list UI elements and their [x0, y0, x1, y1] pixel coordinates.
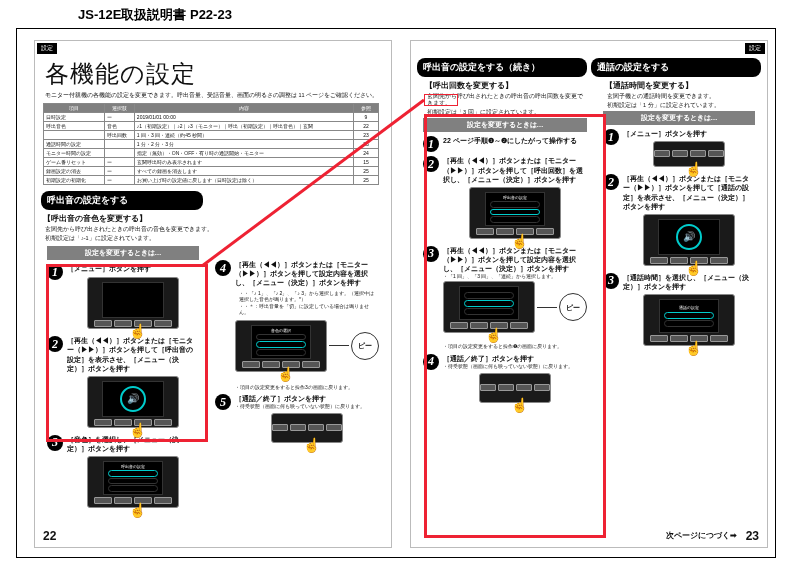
device-illustration: 呼出音の設定	[469, 187, 561, 239]
continue-next-page: 次ページにつづく➡	[666, 530, 737, 541]
step-4: 4 ［再生（◀◀）］ボタンまたは［モニター（▶▶）］ボタンを押して設定内容を選択…	[215, 260, 379, 390]
page-number: 22	[43, 529, 56, 543]
speaker-icon: 🔊	[120, 386, 146, 412]
step-r3: 3 ［再生（◀◀）］ボタンまたは［モニター（▶▶）］ボタンを押して設定内容を選択…	[423, 246, 587, 350]
th-ref: 参照	[354, 104, 379, 113]
body-text: 初期設定は「3 回」に設定されています。	[427, 109, 583, 116]
step-number-icon: 4	[215, 260, 231, 276]
page-title: 各機能の設定	[45, 58, 391, 90]
step-number-icon: 5	[215, 394, 231, 410]
step-number-icon: 1	[423, 136, 439, 152]
step-rr1: 1 ［メニュー］ボタンを押す	[603, 129, 755, 170]
subhead-ring-count: 【呼出回数を変更する】	[425, 80, 593, 91]
device-illustration	[271, 413, 343, 443]
hand-icon	[277, 367, 294, 381]
note: ・項目の設定変更をすると操作3の画面に戻ります。	[235, 384, 379, 391]
step-number-icon: 1	[47, 264, 63, 280]
section-ringtone-cont: 呼出音の設定をする（続き）	[417, 58, 587, 77]
step-number-icon: 3	[423, 246, 439, 262]
device-illustration	[87, 277, 179, 329]
th-choice: 選択肢	[104, 104, 134, 113]
device-illustration: 通話の設定	[643, 294, 735, 346]
th-content: 内容	[134, 104, 353, 113]
step-rr2: 2 ［再生（◀◀）］ボタンまたは［モニター（▶▶）］ボタンを押して［通話の設定］…	[603, 174, 755, 268]
speaker-icon: 🔊	[676, 224, 702, 250]
device-illustration: 🔊	[643, 214, 735, 266]
manual-page-23: 設定 呼出音の設定をする（続き） 通話の設定をする 【呼出回数を変更する】 玄関…	[410, 40, 768, 548]
hand-icon	[511, 234, 528, 248]
body-text: 玄関先から呼び出されたときの呼出音の呼出回数を変更できます。	[427, 93, 583, 107]
strip-change-settings: 設定を変更するときは…	[47, 246, 199, 260]
manual-page-22: 設定 各機能の設定 モニター付親機の各機能の設定を変更できます。呼出音量、受話音…	[34, 40, 392, 548]
step-number-icon: 2	[603, 174, 619, 190]
note: ・項目の設定変更をすると操作❷の画面に戻ります。	[443, 343, 587, 350]
step-number-icon: 1	[603, 129, 619, 145]
beep-callout: ピー	[351, 332, 379, 360]
step-rr3: 3 ［通話時間］を選択し、［メニュー（決定）］ボタンを押す 通話の設定	[603, 273, 755, 349]
strip-change-settings: 設定を変更するときは…	[603, 111, 755, 125]
step-number-icon: 2	[47, 336, 63, 352]
step-5: 5 ［通話／終了］ボタンを押す ・待受状態（画面に何も映っていない状態）に戻りま…	[215, 394, 379, 446]
right-column: 4 ［再生（◀◀）］ボタンまたは［モニター（▶▶）］ボタンを押して設定内容を選択…	[207, 244, 387, 513]
body-text: 初期設定は「♪-1」に設定されています。	[45, 235, 381, 242]
document-title: JS-12E取扱説明書 P22-23	[78, 6, 232, 24]
hand-icon	[129, 503, 146, 517]
step-r2: 2 ［再生（◀◀）］ボタンまたは［モニター（▶▶）］ボタンを押して［呼出回数］を…	[423, 156, 587, 241]
strip-change-settings: 設定を変更するときは…	[423, 118, 587, 132]
step-r1: 1 22 ページ手順❶～❷にしたがって操作する	[423, 136, 587, 152]
device-illustration	[653, 141, 725, 167]
step-number-icon: 3	[47, 435, 63, 451]
section-ringtone-settings: 呼出音の設定をする	[41, 191, 203, 210]
hand-icon	[485, 328, 502, 342]
hand-icon	[511, 398, 528, 412]
body-text: 初期設定は「1 分」に設定されています。	[607, 102, 751, 109]
step-number-icon: 3	[603, 273, 619, 289]
device-illustration: 呼出音の設定	[87, 456, 179, 508]
beep-callout: ピー	[559, 293, 587, 321]
step-1: 1 ［メニュー］ボタンを押す	[47, 264, 199, 332]
device-illustration: 音色の選択	[235, 320, 327, 372]
hand-icon	[129, 423, 146, 437]
top-tab-settings: 設定	[745, 43, 765, 54]
step-number-icon: 4	[423, 354, 439, 370]
step-3: 3 ［音色］を選択し、［メニュー（決定）］ボタンを押す 呼出音の設定	[47, 435, 199, 511]
page-number: 23	[746, 529, 759, 543]
hand-icon	[685, 261, 702, 275]
subhead-change-tone: 【呼出音の音色を変更する】	[43, 213, 391, 224]
step-number-icon: 2	[423, 156, 439, 172]
step-2: 2 ［再生（◀◀）］ボタンまたは［モニター（▶▶）］ボタンを押して［呼出音の設定…	[47, 336, 199, 430]
hand-icon	[129, 324, 146, 338]
settings-index-table: 項目 選択肢 内容 参照 日時設定ー2019/01/01 00:009 呼出音色…	[43, 103, 379, 185]
section-call-settings: 通話の設定をする	[591, 58, 761, 77]
device-illustration	[443, 281, 535, 333]
hand-icon	[685, 162, 702, 176]
device-illustration	[479, 373, 551, 403]
subhead-call-time: 【通話時間を変更する】	[605, 80, 761, 91]
device-illustration: 🔊	[87, 376, 179, 428]
body-text: 玄関子機との通話時間を変更できます。	[607, 93, 751, 100]
hand-icon	[303, 438, 320, 452]
p23-right-column: 【通話時間を変更する】 玄関子機との通話時間を変更できます。 初期設定は「1 分…	[595, 77, 763, 408]
top-tab-settings: 設定	[37, 43, 57, 54]
p23-left-column: 【呼出回数を変更する】 玄関先から呼び出されたときの呼出音の呼出回数を変更できま…	[415, 77, 595, 408]
note-list: ・「♪ 1」、「♪ 2」、「♪ 3」から選択します。（選択中は選択した音色が鳴り…	[239, 290, 375, 316]
page-subnote: モニター付親機の各機能の設定を変更できます。呼出音量、受話音量、画面の明るさの調…	[45, 92, 391, 99]
th-item: 項目	[44, 104, 105, 113]
step-r4: 4 ［通話／終了］ボタンを押す ・待受状態（画面に何も映っていない状態）に戻りま…	[423, 354, 587, 406]
body-text: 玄関先から呼び出されたときの呼出音の音色を変更できます。	[45, 226, 381, 233]
left-column: 設定を変更するときは… 1 ［メニュー］ボタンを押す 2 ［再生（◀◀）］ボタン…	[39, 244, 207, 513]
hand-icon	[685, 341, 702, 355]
